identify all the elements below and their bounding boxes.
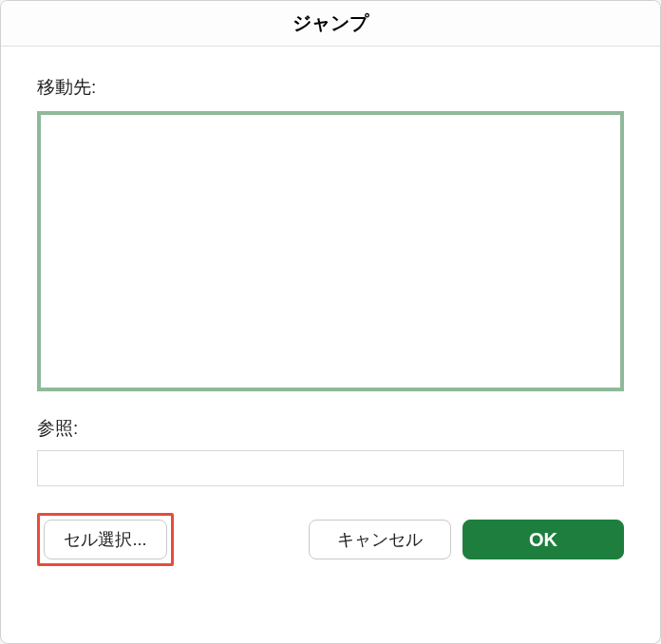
- annotation-highlight: セル選択...: [37, 513, 174, 566]
- dialog-body: 移動先: 参照: セル選択... キャンセル OK: [1, 47, 660, 585]
- dialog-title: ジャンプ: [293, 10, 368, 36]
- reference-input[interactable]: [37, 450, 624, 486]
- reference-label: 参照:: [37, 416, 624, 441]
- title-bar: ジャンプ: [1, 1, 660, 47]
- goto-label: 移動先:: [37, 75, 624, 100]
- button-row: セル選択... キャンセル OK: [37, 513, 624, 566]
- jump-dialog: ジャンプ 移動先: 参照: セル選択... キャンセル OK: [0, 0, 661, 644]
- ok-button[interactable]: OK: [463, 520, 624, 559]
- goto-listbox[interactable]: [37, 111, 624, 391]
- cell-select-button[interactable]: セル選択...: [44, 520, 167, 559]
- cancel-button[interactable]: キャンセル: [309, 520, 451, 559]
